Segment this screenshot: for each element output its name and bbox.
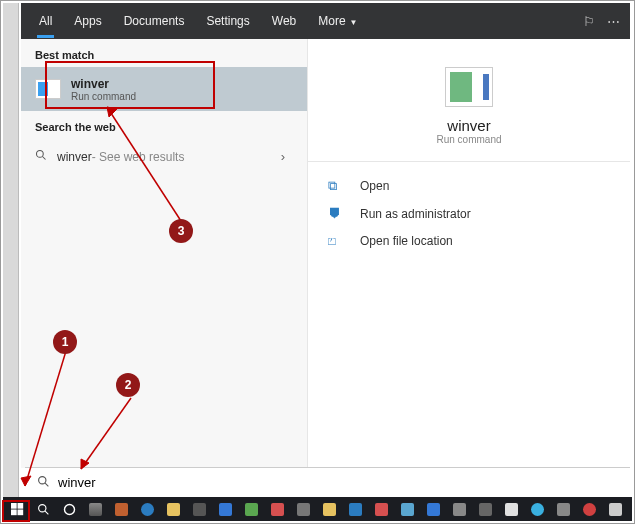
search-web-heading: Search the web — [21, 111, 307, 139]
taskbar-app-16[interactable] — [499, 498, 523, 520]
taskbar-app-9[interactable] — [317, 498, 341, 520]
results-list: Best match winver Run command Search the… — [21, 39, 307, 468]
explorer-icon[interactable] — [161, 498, 185, 520]
web-result-row[interactable]: winver - See web results › — [21, 139, 307, 174]
feedback-icon[interactable]: ⚐ — [583, 14, 595, 29]
svg-point-0 — [37, 151, 44, 158]
action-open-location[interactable]: ⏍ Open file location — [308, 227, 630, 254]
search-results-panel: Best match winver Run command Search the… — [21, 39, 630, 468]
best-match-heading: Best match — [21, 39, 307, 67]
folder-icon: ⏍ — [328, 233, 348, 248]
chevron-right-icon: › — [281, 149, 285, 164]
search-input[interactable] — [58, 475, 630, 490]
taskbar-app-1[interactable] — [109, 498, 133, 520]
edge-icon[interactable] — [135, 498, 159, 520]
result-title: winver — [71, 77, 136, 91]
svg-rect-4 — [11, 503, 17, 509]
svg-rect-6 — [11, 509, 17, 515]
divider — [308, 161, 630, 162]
taskbar-app-8[interactable] — [291, 498, 315, 520]
svg-line-9 — [45, 511, 48, 514]
web-result-term: winver — [57, 150, 92, 164]
action-open[interactable]: ⧉ Open — [308, 172, 630, 200]
taskbar-app-18[interactable] — [551, 498, 575, 520]
taskbar-search[interactable] — [31, 498, 55, 520]
action-run-admin[interactable]: ⛊ Run as administrator — [308, 200, 630, 227]
svg-point-2 — [39, 476, 46, 483]
result-subtitle: Run command — [71, 91, 136, 102]
svg-line-3 — [45, 483, 48, 486]
search-icon — [35, 149, 49, 164]
run-command-icon — [35, 79, 61, 99]
taskbar-app-10[interactable] — [343, 498, 367, 520]
taskbar-app-12[interactable] — [395, 498, 419, 520]
admin-icon: ⛊ — [328, 206, 348, 221]
taskbar-app-11[interactable] — [369, 498, 393, 520]
tab-more[interactable]: More▼ — [318, 14, 357, 28]
store-icon[interactable] — [187, 498, 211, 520]
svg-rect-7 — [17, 509, 23, 515]
cortana-icon[interactable] — [57, 498, 81, 520]
open-icon: ⧉ — [328, 178, 348, 194]
svg-point-8 — [38, 504, 45, 511]
action-label: Open — [360, 179, 389, 193]
web-result-suffix: - See web results — [92, 150, 185, 164]
taskbar-app-5[interactable] — [213, 498, 237, 520]
search-icon — [37, 475, 50, 491]
taskbar-app-14[interactable] — [447, 498, 471, 520]
search-bar[interactable] — [25, 467, 630, 497]
svg-point-10 — [64, 504, 74, 514]
chevron-down-icon: ▼ — [350, 18, 358, 27]
search-scope-tabs: All Apps Documents Settings Web More▼ ⚐ … — [21, 3, 630, 39]
result-preview-pane: winver Run command ⧉ Open ⛊ Run as admin… — [307, 39, 630, 468]
taskbar-app-19[interactable] — [577, 498, 601, 520]
task-view-icon[interactable] — [83, 498, 107, 520]
taskbar-app-17[interactable] — [525, 498, 549, 520]
taskbar-app-13[interactable] — [421, 498, 445, 520]
start-button[interactable] — [5, 498, 29, 520]
action-label: Run as administrator — [360, 207, 471, 221]
more-icon[interactable]: ⋯ — [607, 14, 620, 29]
taskbar — [3, 497, 632, 521]
action-label: Open file location — [360, 234, 453, 248]
taskbar-app-7[interactable] — [265, 498, 289, 520]
taskbar-app-15[interactable] — [473, 498, 497, 520]
app-icon — [445, 67, 493, 107]
svg-rect-5 — [17, 503, 23, 509]
preview-subtitle: Run command — [308, 134, 630, 145]
best-match-result[interactable]: winver Run command — [21, 67, 307, 111]
tab-documents[interactable]: Documents — [124, 14, 185, 28]
tab-web[interactable]: Web — [272, 14, 296, 28]
taskbar-app-20[interactable] — [603, 498, 627, 520]
svg-line-1 — [43, 157, 46, 160]
window-gutter — [3, 3, 19, 497]
tab-apps[interactable]: Apps — [74, 14, 101, 28]
tab-all[interactable]: All — [39, 14, 52, 28]
tab-settings[interactable]: Settings — [206, 14, 249, 28]
taskbar-app-6[interactable] — [239, 498, 263, 520]
preview-title: winver — [308, 117, 630, 134]
